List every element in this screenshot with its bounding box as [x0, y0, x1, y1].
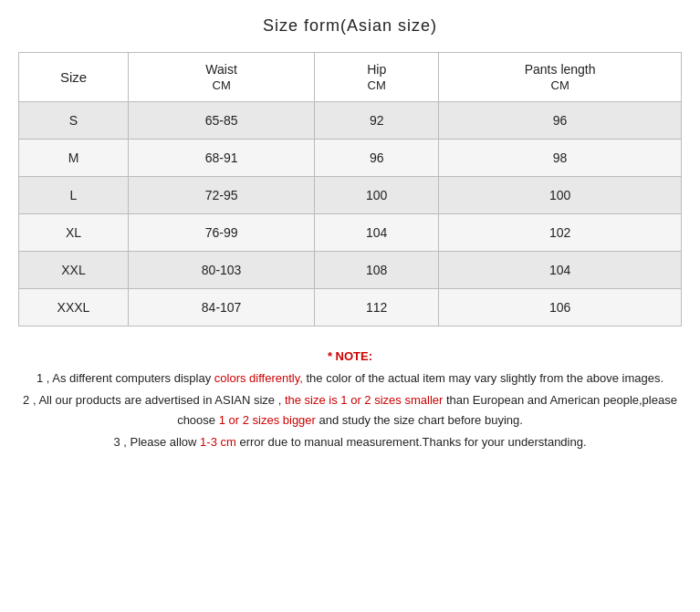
waist-cell: 80-103: [129, 252, 315, 289]
hip-cell: 92: [315, 102, 439, 140]
pants-cell: 100: [439, 177, 682, 214]
table-body: S65-859296M68-919698L72-95100100XL76-991…: [19, 102, 682, 327]
size-column-header: Size: [19, 53, 129, 102]
pants-cell: 96: [439, 102, 682, 140]
hip-column-header: Hip CM: [315, 53, 439, 102]
table-row: XXXL84-107112106: [19, 289, 682, 327]
hip-cell: 108: [315, 252, 439, 289]
table-row: L72-95100100: [19, 177, 682, 214]
pants-cell: 98: [439, 140, 682, 177]
hip-cell: 100: [315, 177, 439, 214]
pants-cell: 104: [439, 252, 682, 289]
size-cell: L: [19, 177, 129, 214]
hip-cell: 96: [315, 140, 439, 177]
note-title: * NOTE:: [18, 347, 682, 367]
table-row: S65-859296: [19, 102, 682, 140]
size-cell: XXXL: [19, 289, 129, 327]
hip-cell: 112: [315, 289, 439, 327]
note-1: 1 , As different computers display color…: [18, 368, 682, 389]
size-table: Size Waist CM Hip CM Pants length CM S65…: [18, 52, 682, 327]
page-title: Size form(Asian size): [18, 16, 682, 36]
waist-cell: 76-99: [129, 214, 315, 252]
hip-cell: 104: [315, 214, 439, 252]
waist-cell: 84-107: [129, 289, 315, 327]
pants-cell: 106: [439, 289, 682, 327]
table-header-row: Size Waist CM Hip CM Pants length CM: [19, 53, 682, 102]
size-cell: XXL: [19, 252, 129, 289]
table-row: M68-919698: [19, 140, 682, 177]
waist-column-header: Waist CM: [129, 53, 315, 102]
size-cell: M: [19, 140, 129, 177]
note-2: 2 , All our products are advertised in A…: [18, 390, 682, 430]
table-row: XL76-99104102: [19, 214, 682, 252]
waist-cell: 68-91: [129, 140, 315, 177]
page-wrapper: Size form(Asian size) Size Waist CM Hip …: [0, 0, 700, 612]
waist-cell: 65-85: [129, 102, 315, 140]
waist-cell: 72-95: [129, 177, 315, 214]
table-row: XXL80-103108104: [19, 252, 682, 289]
note-section: * NOTE: 1 , As different computers displ…: [18, 347, 682, 452]
size-cell: S: [19, 102, 129, 140]
size-cell: XL: [19, 214, 129, 252]
pants-length-column-header: Pants length CM: [439, 53, 682, 102]
note-3: 3 , Please allow 1-3 cm error due to man…: [18, 432, 682, 452]
pants-cell: 102: [439, 214, 682, 252]
